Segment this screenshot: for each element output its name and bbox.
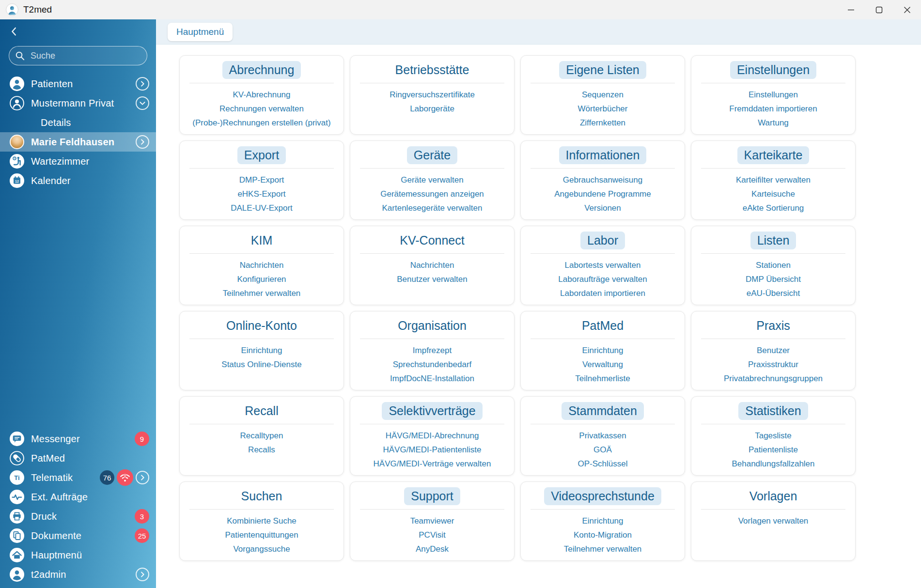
- menu-link[interactable]: Rechnungen verwalten: [219, 102, 304, 116]
- menu-link[interactable]: Kartenlesegeräte verwalten: [382, 201, 483, 215]
- menu-link[interactable]: Wartung: [758, 116, 789, 130]
- menu-link[interactable]: Tagesliste: [755, 429, 792, 443]
- menu-link[interactable]: Status Online-Dienste: [221, 357, 301, 371]
- menu-link[interactable]: Teilnehmer verwalten: [223, 286, 301, 300]
- menu-link[interactable]: Gebrauchsanweisung: [563, 173, 642, 187]
- menu-link[interactable]: HÄVG/MEDI-Abrechnung: [386, 429, 479, 443]
- menu-link[interactable]: Labordaten importieren: [560, 286, 645, 300]
- menu-link[interactable]: HÄVG/MEDI-Patientenliste: [383, 443, 481, 457]
- sidebar-item-druck[interactable]: Druck3: [0, 507, 156, 526]
- menu-link[interactable]: Vorgangssuche: [233, 542, 290, 556]
- maximize-button[interactable]: [865, 0, 893, 19]
- menu-link[interactable]: Einrichtung: [582, 514, 623, 528]
- menu-link[interactable]: eAU-Übersicht: [747, 286, 800, 300]
- menu-link[interactable]: Ziffernketten: [580, 116, 625, 130]
- menu-link[interactable]: (Probe-)Rechnungen erstellen (privat): [192, 116, 330, 130]
- menu-link[interactable]: Laboraufträge verwalten: [558, 272, 647, 286]
- menu-link[interactable]: Sequenzen: [582, 88, 624, 102]
- card-title: Selektivverträge: [382, 402, 482, 420]
- menu-link[interactable]: Recalltypen: [240, 429, 283, 443]
- menu-link[interactable]: eAkte Sortierung: [743, 201, 804, 215]
- menu-link[interactable]: Nachrichten: [410, 258, 454, 272]
- menu-link[interactable]: KV-Abrechnung: [233, 88, 290, 102]
- menu-link[interactable]: Labortests verwalten: [565, 258, 641, 272]
- sidebar-item-label: t2admin: [31, 569, 66, 580]
- menu-link[interactable]: Geräte verwalten: [401, 173, 463, 187]
- ti-icon: Ti: [10, 470, 24, 485]
- menu-link[interactable]: Benutzer: [757, 343, 790, 357]
- menu-link[interactable]: Ringversuchszertifikate: [390, 88, 475, 102]
- menu-link[interactable]: Privatkassen: [579, 429, 626, 443]
- menu-link[interactable]: Stationen: [756, 258, 791, 272]
- menu-link[interactable]: Wörterbücher: [578, 102, 628, 116]
- sidebar-item-mustermann-privat[interactable]: Mustermann Privat: [0, 93, 156, 113]
- menu-link[interactable]: OP-Schlüssel: [578, 457, 628, 471]
- menu-link[interactable]: Sprechstundenbedarf: [393, 357, 472, 371]
- menu-link[interactable]: Nachrichten: [240, 258, 284, 272]
- menu-link[interactable]: Verwaltung: [582, 357, 623, 371]
- sidebar-item-marie-feldhausen[interactable]: Marie Feldhausen: [0, 132, 156, 152]
- menu-link[interactable]: Karteifilter verwalten: [736, 173, 811, 187]
- menu-link[interactable]: HÄVG/MEDI-Verträge verwalten: [374, 457, 491, 471]
- tab-hauptmenu[interactable]: Hauptmenü: [168, 23, 233, 41]
- back-button[interactable]: [8, 25, 20, 39]
- expand-chevron-button[interactable]: [136, 135, 149, 149]
- menu-link[interactable]: Teilnehmerliste: [575, 371, 630, 386]
- card-divider: [360, 509, 504, 510]
- menu-link[interactable]: GOÄ: [593, 443, 612, 457]
- sidebar-item-details[interactable]: Details: [0, 113, 156, 132]
- menu-link[interactable]: Gerätemessungen anzeigen: [380, 187, 484, 201]
- menu-link[interactable]: ImpfDocNE-Installation: [390, 371, 474, 386]
- menu-link[interactable]: Karteisuche: [751, 187, 795, 201]
- menu-link[interactable]: eHKS-Export: [237, 187, 285, 201]
- menu-link[interactable]: PCVisit: [419, 528, 445, 542]
- menu-link[interactable]: Patientenquittungen: [225, 528, 298, 542]
- sidebar-item-kalender[interactable]: 12Kalender: [0, 171, 156, 190]
- menu-link[interactable]: Versionen: [584, 201, 621, 215]
- menu-link[interactable]: Konto-Migration: [574, 528, 632, 542]
- menu-link[interactable]: Privatabrechnungsgruppen: [724, 371, 823, 386]
- menu-link[interactable]: Laborgeräte: [410, 102, 454, 116]
- menu-link[interactable]: Kombinierte Suche: [227, 514, 297, 528]
- menu-link[interactable]: Benutzer verwalten: [397, 272, 468, 286]
- sidebar-item-patienten[interactable]: Patienten: [0, 74, 156, 93]
- menu-link[interactable]: DMP Übersicht: [746, 272, 801, 286]
- menu-link[interactable]: Fremddaten importieren: [729, 102, 817, 116]
- menu-link[interactable]: Teilnehmer verwalten: [564, 542, 642, 556]
- menu-link[interactable]: Teamviewer: [410, 514, 454, 528]
- menu-link[interactable]: DMP-Export: [239, 173, 284, 187]
- menu-link[interactable]: Vorlagen verwalten: [738, 514, 809, 528]
- sidebar-item-t2admin[interactable]: t2admin: [0, 565, 156, 584]
- sidebar-item-messenger[interactable]: Messenger9: [0, 429, 156, 449]
- sidebar-item-hauptmenu[interactable]: Hauptmenü: [0, 545, 156, 565]
- sidebar-item-patmed[interactable]: PatMed: [0, 449, 156, 468]
- close-button[interactable]: [893, 0, 921, 19]
- menu-link[interactable]: Impfrezept: [413, 343, 452, 357]
- menu-link[interactable]: AnyDesk: [416, 542, 449, 556]
- card-title: Eigene Listen: [559, 61, 646, 79]
- card-title: Labor: [580, 232, 625, 249]
- menu-link[interactable]: Einrichtung: [582, 343, 623, 357]
- minimize-button[interactable]: [837, 0, 865, 19]
- menu-link[interactable]: DALE-UV-Export: [231, 201, 293, 215]
- card-divider: [701, 253, 845, 254]
- collapse-chevron-button[interactable]: [136, 96, 149, 110]
- menu-link[interactable]: Einrichtung: [241, 343, 282, 357]
- card-divider: [701, 509, 845, 510]
- menu-link[interactable]: Praxisstruktur: [748, 357, 798, 371]
- menu-link[interactable]: Konfigurieren: [237, 272, 286, 286]
- expand-chevron-button[interactable]: [136, 471, 149, 484]
- search-input[interactable]: [9, 46, 147, 65]
- sidebar-item-ext-auftrage[interactable]: Ext. Aufträge: [0, 487, 156, 507]
- sidebar-item-telematik[interactable]: TiTelematik76: [0, 468, 156, 487]
- sidebar-item-dokumente[interactable]: Dokumente25: [0, 526, 156, 545]
- sidebar-item-wartezimmer[interactable]: Wartezimmer: [0, 152, 156, 171]
- menu-link[interactable]: Patientenliste: [749, 443, 798, 457]
- menu-link[interactable]: Behandlungsfallzahlen: [732, 457, 814, 471]
- menu-link[interactable]: Einstellungen: [749, 88, 798, 102]
- expand-chevron-button[interactable]: [136, 77, 149, 91]
- expand-chevron-button[interactable]: [136, 568, 149, 581]
- menu-link[interactable]: Angebundene Programme: [554, 187, 651, 201]
- card-divider: [531, 424, 675, 424]
- menu-link[interactable]: Recalls: [248, 443, 275, 457]
